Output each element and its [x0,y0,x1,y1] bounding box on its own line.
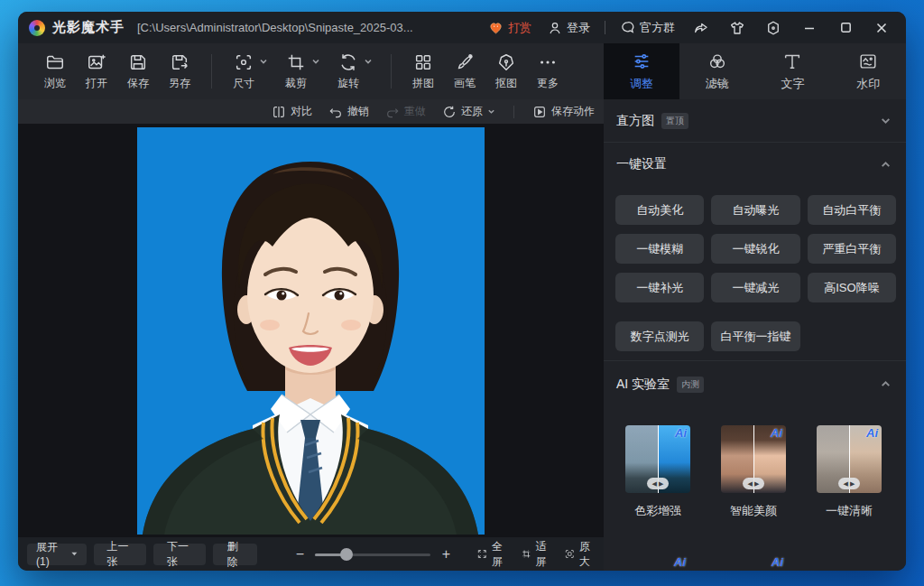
open-button[interactable]: 打开 [76,48,117,95]
save-as-button[interactable]: 另存 [159,48,200,95]
tab-watermark[interactable]: 水印 [830,43,906,99]
tab-text[interactable]: 文字 [755,43,831,99]
maximize-button[interactable] [830,16,861,40]
canvas-area [18,124,604,537]
prev-image-button[interactable]: 上一张 [94,544,146,565]
ai-badge: Ai [675,426,687,440]
one-click-fill-light-button[interactable]: 一键补光 [615,273,704,302]
chevron-up-icon[interactable] [880,159,892,171]
zoom-out-button[interactable]: − [293,546,306,563]
toolbar-separator [211,54,212,88]
skin-button[interactable] [722,16,753,40]
auto-beautify-button[interactable]: 自动美化 [615,195,704,225]
tab-filter[interactable]: 滤镜 [679,43,755,99]
share-button[interactable] [686,16,716,40]
rotate-button[interactable]: 旋转 [328,48,369,95]
ai-lab-section-header[interactable]: AI 实验室 内测 [604,363,906,405]
ai-thumbnail-partial[interactable]: Ai [624,554,689,571]
grid-icon [413,52,433,72]
titlebar-separator [605,21,605,34]
login-button[interactable]: 登录 [542,16,596,40]
close-icon [874,21,889,35]
fit-screen-button[interactable]: 适屏 [522,539,551,570]
chevron-down-icon[interactable] [487,107,495,116]
sliders-icon [632,51,651,71]
one-click-sharpen-button[interactable]: 一键锐化 [711,234,799,264]
view-mode-group: 全屏 适屏 原大 [477,539,595,570]
settings-button[interactable] [758,16,789,40]
before-after-toggle[interactable]: ◀▶ [838,478,860,489]
cutout-button[interactable]: 抠图 [485,48,527,95]
ai-badge: Ai [674,555,686,569]
person-icon [548,21,562,35]
pinned-badge: 置顶 [661,113,688,129]
ai-thumbnail-partial[interactable]: Ai [722,554,787,571]
more-button[interactable]: 更多 [527,48,568,95]
donate-button[interactable]: 打赏 [483,16,537,40]
ai-smart-beauty-item[interactable]: Ai ◀▶ 智能美颜 [720,425,787,519]
browse-button[interactable]: 浏览 [34,48,76,95]
beta-badge: 内测 [677,377,704,393]
ai-badge: Ai [772,555,783,569]
ai-color-enhance-item[interactable]: Ai ◀▶ 色彩增强 [624,425,691,519]
undo-button[interactable]: 撤销 [328,104,369,119]
ai-one-click-clarity-item[interactable]: Ai ◀▶ 一键清晰 [816,425,882,519]
histogram-section-header[interactable]: 直方图 置顶 [604,99,906,142]
ai-color-enhance-thumbnail[interactable]: Ai ◀▶ [625,425,690,493]
ai-feature-thumbnails: Ai ◀▶ 色彩增强 Ai ◀▶ 智能美颜 [604,405,906,519]
one-click-section-header[interactable]: 一键设置 [604,143,906,186]
text-icon [782,51,802,71]
expand-list-button[interactable]: 展开(1) [27,544,87,565]
editor-area: 对比 撤销 重做 还原 [18,99,604,571]
crop-icon [286,52,306,72]
severe-white-balance-button[interactable]: 严重白平衡 [808,234,896,264]
photo-image[interactable] [137,127,485,535]
high-iso-denoise-button[interactable]: 高ISO降噪 [808,273,896,302]
tab-adjust[interactable]: 调整 [604,43,679,99]
ai-smart-beauty-thumbnail[interactable]: Ai ◀▶ [721,425,786,493]
close-button[interactable] [866,16,897,40]
one-click-blur-button[interactable]: 一键模糊 [615,234,704,264]
compare-button[interactable]: 对比 [272,104,312,119]
redo-button[interactable]: 重做 [385,104,426,119]
zoom-slider[interactable] [315,548,430,561]
panel-divider [604,360,906,361]
app-logo-icon [29,20,45,36]
restore-button[interactable]: 还原 [442,104,495,119]
ellipsis-icon [538,52,558,72]
zoom-slider-knob[interactable] [340,548,353,561]
zoom-in-button[interactable]: + [439,546,452,563]
chevron-down-icon[interactable] [364,57,373,66]
ai-lab-title: AI 实验室 [616,377,670,393]
triangle-down-icon [71,551,78,557]
auto-exposure-button[interactable]: 自动曝光 [711,195,799,225]
save-action-button[interactable]: 保存动作 [532,104,595,119]
brush-button[interactable]: 画笔 [444,48,485,95]
one-click-dim-light-button[interactable]: 一键减光 [711,273,799,302]
chevron-up-icon[interactable] [880,378,892,390]
chevron-down-icon[interactable] [880,115,892,126]
chevron-down-icon[interactable] [311,57,320,66]
next-image-button[interactable]: 下一张 [153,544,206,565]
crop-button[interactable]: 裁剪 [275,48,317,95]
save-button[interactable]: 保存 [117,48,159,95]
digital-spot-metering-button[interactable]: 数字点测光 [615,321,704,351]
delete-button[interactable]: 删除 [213,544,257,565]
brush-icon [455,52,475,72]
ai-one-click-clarity-thumbnail[interactable]: Ai ◀▶ [817,425,882,493]
folder-icon [45,52,65,72]
minimize-button[interactable] [794,16,825,40]
filter-circles-icon [707,51,727,71]
size-button[interactable]: 尺寸 [223,48,264,95]
fullscreen-button[interactable]: 全屏 [477,539,507,570]
before-after-toggle[interactable]: ◀▶ [647,478,669,489]
title-bar: 光影魔术手 [C:\Users\Administrator\Desktop\Sn… [18,12,906,43]
official-group-button[interactable]: 官方群 [614,16,680,40]
white-balance-one-touch-button[interactable]: 白平衡一指键 [711,321,799,351]
original-size-button[interactable]: 原大 [565,539,595,570]
before-after-toggle[interactable]: ◀▶ [743,478,764,489]
chevron-down-icon[interactable] [259,57,268,66]
collage-button[interactable]: 拼图 [402,48,444,95]
chat-bubble-icon [620,20,635,35]
auto-white-balance-button[interactable]: 自动白平衡 [808,195,896,225]
